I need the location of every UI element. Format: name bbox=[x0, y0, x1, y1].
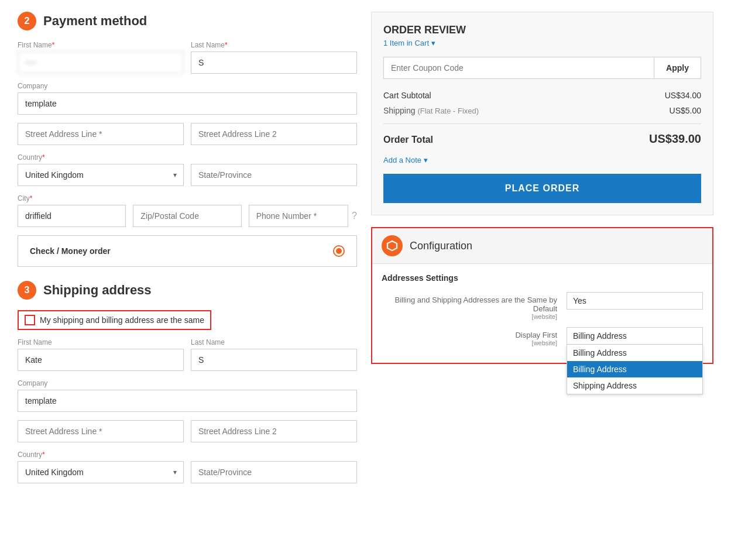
city-group: City* bbox=[18, 194, 126, 227]
option-billing-address[interactable]: Billing Address bbox=[567, 345, 702, 361]
shipping-country-row: Country* United Kingdom ▾ bbox=[18, 451, 357, 483]
payment-method-label: Check / Money order bbox=[30, 246, 111, 256]
state-group bbox=[191, 153, 357, 186]
shipping-company-input[interactable] bbox=[18, 390, 357, 412]
order-total-value: US$39.00 bbox=[649, 132, 701, 146]
config-panel: Configuration Addresses Settings Billing… bbox=[371, 227, 713, 364]
street-row bbox=[18, 123, 357, 145]
shipping-company-row: Company bbox=[18, 379, 357, 412]
city-zip-phone-row: City* ? bbox=[18, 194, 357, 227]
phone-group: ? bbox=[249, 194, 357, 227]
shipping-street-input[interactable] bbox=[18, 420, 184, 442]
company-row: Company bbox=[18, 82, 357, 115]
add-note[interactable]: Add a Note ▾ bbox=[383, 156, 428, 164]
shipping-sub: (Flat Rate - Fixed) bbox=[417, 106, 479, 115]
first-name-input[interactable] bbox=[18, 51, 184, 74]
shipping-first-name-label: First Name bbox=[18, 338, 184, 346]
order-divider bbox=[383, 123, 701, 124]
shipping-street2-group bbox=[191, 420, 357, 442]
display-first-dropdown-options: Billing Address Billing Address Shipping… bbox=[567, 345, 703, 394]
option-shipping-address[interactable]: Shipping Address bbox=[567, 377, 702, 394]
zip-input[interactable] bbox=[133, 205, 241, 227]
apply-button[interactable]: Apply bbox=[654, 57, 701, 79]
company-label: Company bbox=[18, 82, 357, 90]
shipping-company-group: Company bbox=[18, 379, 357, 412]
right-panel: ORDER REVIEW 1 Item in Cart ▾ Apply Cart… bbox=[371, 12, 713, 492]
magento-logo bbox=[382, 235, 403, 256]
display-first-dropdown-display[interactable]: Billing Address bbox=[567, 327, 703, 345]
place-order-button[interactable]: PLACE ORDER bbox=[383, 174, 701, 203]
cart-count[interactable]: 1 Item in Cart ▾ bbox=[383, 39, 701, 47]
order-review-panel: ORDER REVIEW 1 Item in Cart ▾ Apply Cart… bbox=[371, 12, 713, 215]
coupon-input[interactable] bbox=[383, 57, 654, 79]
payment-radio[interactable] bbox=[333, 245, 345, 257]
billing-shipping-website-tag: [website] bbox=[382, 313, 557, 320]
shipping-street-group bbox=[18, 420, 184, 442]
payment-radio-inner bbox=[336, 248, 342, 254]
shipping-section-title: Shipping address bbox=[43, 283, 152, 298]
payment-section-title: Payment method bbox=[43, 13, 147, 29]
state-input[interactable] bbox=[191, 164, 357, 186]
shipping-street2-input[interactable] bbox=[191, 420, 357, 442]
order-review-title: ORDER REVIEW bbox=[383, 24, 701, 36]
display-first-row: Display First [website] Billing Address … bbox=[382, 327, 703, 346]
last-name-group: Last Name* bbox=[191, 41, 357, 74]
shipping-state-input[interactable] bbox=[191, 461, 357, 483]
shipping-company-label: Company bbox=[18, 379, 357, 387]
company-input[interactable] bbox=[18, 92, 357, 115]
country-row: Country* United Kingdom ▾ bbox=[18, 153, 357, 186]
step-2-badge: 2 bbox=[18, 12, 36, 30]
city-label: City* bbox=[18, 194, 126, 202]
shipping-first-name-input[interactable] bbox=[18, 349, 184, 371]
same-address-checkbox[interactable] bbox=[25, 315, 35, 325]
billing-shipping-value-input[interactable] bbox=[567, 292, 703, 310]
city-input[interactable] bbox=[18, 205, 126, 227]
phone-input[interactable] bbox=[249, 205, 348, 227]
order-total-label: Order Total bbox=[383, 135, 433, 145]
shipping-country-select-wrapper: United Kingdom ▾ bbox=[18, 461, 184, 483]
addresses-settings-title: Addresses Settings bbox=[382, 273, 703, 283]
country-label: Country* bbox=[18, 153, 184, 162]
last-name-input[interactable] bbox=[191, 51, 357, 74]
zip-group bbox=[133, 194, 241, 227]
shipping-last-name-label: Last Name bbox=[191, 338, 357, 346]
billing-shipping-label: Billing and Shipping Addresses are the S… bbox=[382, 292, 557, 320]
shipping-country-label: Country* bbox=[18, 451, 184, 459]
cart-subtotal-line: Cart Subtotal US$34.00 bbox=[383, 91, 701, 100]
street-address-group bbox=[18, 123, 184, 145]
shipping-first-name-group: First Name bbox=[18, 338, 184, 371]
display-first-dropdown-container: Billing Address Billing Address Billing … bbox=[567, 327, 703, 345]
billing-shipping-row: Billing and Shipping Addresses are the S… bbox=[382, 292, 703, 320]
order-total-line: Order Total US$39.00 bbox=[383, 132, 701, 146]
shipping-country-select[interactable]: United Kingdom bbox=[18, 461, 184, 483]
shipping-street-row bbox=[18, 420, 357, 442]
last-name-label: Last Name* bbox=[191, 41, 357, 49]
first-name-label: First Name* bbox=[18, 41, 184, 49]
config-header: Configuration bbox=[372, 228, 712, 264]
same-address-box[interactable]: My shipping and billing address are the … bbox=[18, 310, 211, 330]
shipping-last-name-input[interactable] bbox=[191, 349, 357, 371]
street-address2-input[interactable] bbox=[191, 123, 357, 145]
company-group: Company bbox=[18, 82, 357, 115]
country-select[interactable]: United Kingdom bbox=[18, 164, 184, 186]
name-row: First Name* Last Name* bbox=[18, 41, 357, 74]
shipping-last-name-group: Last Name bbox=[191, 338, 357, 371]
street-address-input[interactable] bbox=[18, 123, 184, 145]
add-note-arrow: ▾ bbox=[424, 156, 428, 164]
cart-subtotal-value: US$34.00 bbox=[665, 91, 701, 100]
shipping-value: US$5.00 bbox=[670, 106, 701, 115]
display-first-website-tag: [website] bbox=[382, 339, 557, 346]
option-billing-address-selected[interactable]: Billing Address bbox=[567, 361, 702, 377]
phone-help-icon: ? bbox=[352, 211, 357, 221]
shipping-line: Shipping (Flat Rate - Fixed) US$5.00 bbox=[383, 106, 701, 115]
street-address2-group bbox=[191, 123, 357, 145]
shipping-state-group bbox=[191, 451, 357, 483]
payment-method-box[interactable]: Check / Money order bbox=[18, 235, 357, 267]
payment-section-header: 2 Payment method bbox=[18, 12, 357, 30]
left-panel: 2 Payment method First Name* Last Name* bbox=[18, 12, 357, 492]
shipping-country-group: Country* United Kingdom ▾ bbox=[18, 451, 184, 483]
config-body: Addresses Settings Billing and Shipping … bbox=[372, 264, 712, 363]
same-address-label: My shipping and billing address are the … bbox=[40, 315, 204, 325]
display-first-label: Display First [website] bbox=[382, 327, 557, 346]
shipping-section: 3 Shipping address My shipping and billi… bbox=[18, 281, 357, 483]
